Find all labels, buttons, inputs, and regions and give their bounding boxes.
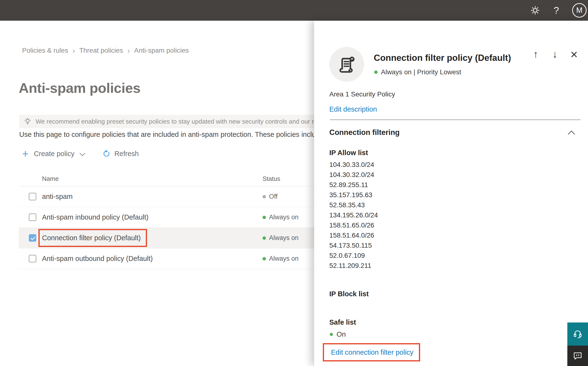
help-icon: ? — [554, 5, 559, 16]
support-button[interactable] — [567, 322, 588, 346]
ip-entry: 52.89.255.11 — [329, 180, 378, 190]
flyout-status-text: Always on | Priority Lowest — [381, 68, 461, 76]
ip-allow-list: 104.30.33.0/24 104.30.32.0/24 52.89.255.… — [329, 160, 378, 271]
chevron-up-icon[interactable] — [567, 130, 575, 135]
ip-entry: 158.51.64.0/26 — [329, 230, 378, 240]
avatar-initial: M — [576, 6, 582, 15]
status-label: Off — [269, 193, 278, 200]
flyout-status: Always on | Priority Lowest — [374, 68, 461, 76]
list-toolbar: + Create policy Refresh — [22, 148, 139, 160]
table-row[interactable]: anti-spam Off — [19, 186, 314, 207]
chevron-right-icon: › — [72, 47, 75, 54]
policy-name[interactable]: Connection filter policy (Default) — [42, 234, 141, 242]
safe-list-status: On — [330, 330, 346, 338]
plus-icon: + — [22, 148, 29, 159]
recommendation-banner: We recommend enabling preset security po… — [19, 115, 314, 128]
ip-entry: 52.58.35.43 — [329, 200, 378, 210]
chevron-right-icon: › — [127, 47, 130, 54]
breadcrumb-policies-rules[interactable]: Policies & rules — [22, 47, 68, 54]
topbar-actions: ? M — [525, 0, 588, 21]
status-dot-on — [374, 70, 378, 74]
status-dot-on — [263, 216, 266, 219]
ip-entry: 104.30.32.0/24 — [329, 170, 378, 180]
ip-entry: 158.51.65.0/26 — [329, 220, 378, 230]
page-description: Use this page to configure policies that… — [19, 130, 314, 138]
highlight-outline: Edit connection filter policy — [323, 343, 420, 361]
ip-entry: 54.173.50.115 — [329, 240, 378, 251]
edit-description-link[interactable]: Edit description — [329, 105, 377, 113]
scroll-icon — [338, 55, 356, 74]
policies-table: Name Status anti-spam Off Anti-spam inbo… — [19, 172, 314, 269]
help-button[interactable]: ? — [546, 0, 567, 21]
row-checkbox-checked[interactable] — [29, 234, 36, 242]
status-label: Always on — [269, 214, 299, 221]
table-row[interactable]: Anti-spam inbound policy (Default) Alway… — [19, 207, 314, 228]
policy-avatar — [329, 47, 364, 82]
status-label: Always on — [269, 255, 299, 262]
status-dot-on — [263, 257, 266, 260]
table-row[interactable]: Anti-spam outbound policy (Default) Alwa… — [19, 248, 314, 269]
lightbulb-icon — [23, 117, 32, 126]
chevron-down-icon — [79, 152, 86, 156]
status-label: Always on — [269, 234, 299, 242]
safe-list-value: On — [337, 330, 346, 338]
refresh-label: Refresh — [114, 150, 139, 158]
policy-details-flyout: ↑ ↓ × — [314, 21, 588, 366]
ip-allow-list-label: IP Allow list — [329, 149, 368, 157]
gear-icon — [530, 5, 540, 16]
feedback-button[interactable] — [567, 346, 588, 366]
avatar: M — [572, 3, 587, 18]
ip-entry: 104.30.33.0/24 — [329, 160, 378, 170]
breadcrumb-threat-policies[interactable]: Threat policies — [79, 47, 123, 54]
status-cell: Always on — [263, 248, 299, 269]
ip-entry: 52.0.67.109 — [329, 251, 378, 261]
table-header: Name Status — [19, 172, 314, 186]
anti-spam-policies-page: ? M Policies & rules › Threat policies ›… — [0, 0, 588, 366]
banner-text: We recommend enabling preset security po… — [36, 118, 314, 125]
ip-entry: 52.11.209.211 — [329, 261, 378, 271]
status-dot-on — [263, 236, 266, 240]
policy-name[interactable]: Anti-spam outbound policy (Default) — [42, 255, 153, 263]
safe-list-label: Safe list — [329, 318, 356, 326]
flyout-title: Connection filter policy (Default) — [374, 53, 580, 63]
table-row-selected[interactable]: Connection filter policy (Default) Alway… — [19, 228, 314, 248]
status-cell: Always on — [263, 228, 299, 248]
column-header-name[interactable]: Name — [42, 175, 59, 183]
ip-entry: 35.157.195.63 — [329, 190, 378, 200]
divider — [330, 120, 581, 120]
breadcrumb-anti-spam-policies: Anti-spam policies — [134, 47, 189, 54]
breadcrumb: Policies & rules › Threat policies › Ant… — [22, 47, 189, 54]
ip-entry: 134.195.26.0/24 — [329, 210, 378, 220]
ip-block-list-label: IP Block list — [329, 290, 369, 298]
column-header-status[interactable]: Status — [263, 175, 280, 183]
headset-icon — [572, 328, 583, 340]
row-checkbox[interactable] — [29, 193, 36, 200]
page-title: Anti-spam policies — [19, 80, 140, 96]
top-app-bar: ? M — [0, 0, 588, 21]
row-checkbox[interactable] — [29, 255, 36, 262]
create-policy-label: Create policy — [34, 150, 74, 158]
edit-connection-filter-policy-link[interactable]: Edit connection filter policy — [331, 348, 413, 356]
refresh-icon — [102, 150, 110, 158]
policy-description: Area 1 Security Policy — [329, 91, 395, 98]
create-policy-button[interactable]: + Create policy — [22, 148, 86, 159]
status-cell: Off — [263, 186, 278, 207]
feedback-chat-icon — [572, 351, 583, 361]
refresh-button[interactable]: Refresh — [102, 150, 139, 158]
policy-name[interactable]: Anti-spam inbound policy (Default) — [42, 213, 148, 221]
status-cell: Always on — [263, 207, 299, 228]
status-dot-off — [263, 195, 266, 198]
status-dot-on — [330, 333, 333, 336]
settings-button[interactable] — [525, 0, 546, 21]
row-checkbox[interactable] — [29, 214, 36, 221]
account-button[interactable]: M — [567, 0, 588, 21]
policy-name[interactable]: anti-spam — [42, 193, 73, 201]
section-connection-filtering: Connection filtering — [329, 128, 400, 137]
